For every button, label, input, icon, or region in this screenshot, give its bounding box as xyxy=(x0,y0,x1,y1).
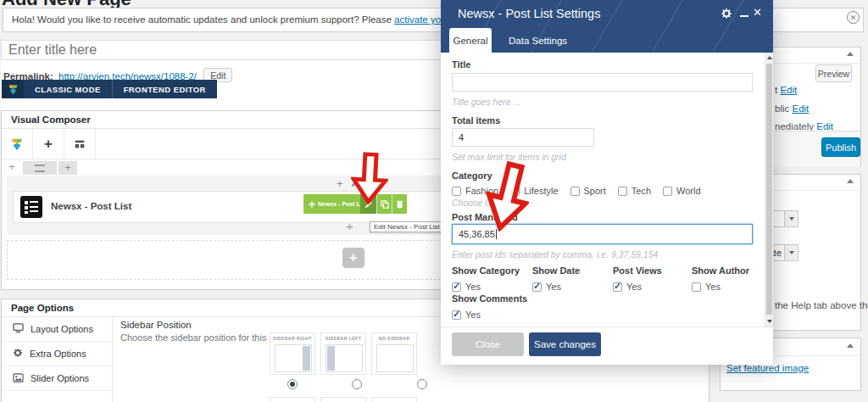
gear-icon[interactable] xyxy=(721,8,732,23)
total-items-input[interactable] xyxy=(452,128,594,147)
thumb-row2-partial xyxy=(371,397,417,402)
vc-mode-bar: CLASSIC MODE FRONTEND EDITOR xyxy=(2,80,217,98)
yes-label: Yes xyxy=(465,282,481,292)
checkbox-label: World xyxy=(676,186,701,196)
tab-label: Slider Options xyxy=(31,373,89,383)
save-changes-button[interactable]: Save changes xyxy=(529,332,601,356)
thumb-row2-partial xyxy=(270,397,315,402)
tab-label: Layout Options xyxy=(31,324,93,334)
image-icon xyxy=(13,371,24,386)
minimize-icon[interactable] xyxy=(740,15,748,17)
checkbox-show-comments[interactable] xyxy=(452,310,461,320)
tab-layout-options[interactable]: Layout Options xyxy=(2,317,112,342)
thumb-preview xyxy=(376,344,414,372)
checkbox-post-views[interactable] xyxy=(613,282,622,292)
thumb-label: SIDEBAR RIGHT xyxy=(270,336,314,341)
tab-general[interactable]: General xyxy=(449,28,492,53)
tab-label: Extra Options xyxy=(30,349,86,359)
sidebar-position-desc: Choose the sidebar position for this pag… xyxy=(120,332,292,343)
edit-element-tooltip: Edit Newsx - Post List xyxy=(370,221,444,232)
scrollbar[interactable] xyxy=(765,53,773,327)
drag-handle-icon xyxy=(35,165,45,172)
scrollbar-thumb[interactable] xyxy=(766,64,772,315)
notice-text: Hola! Would you like to receive automati… xyxy=(12,14,394,25)
post-id-value: 45,36,85 xyxy=(459,229,495,239)
help-text-fragment: the Help tab above the xyxy=(775,300,868,310)
page-options-tabs: Layout Options Extra Options Slider Opti… xyxy=(2,317,113,402)
sidebar-position-title: Sidebar Position xyxy=(120,320,192,330)
add-element-plus-button[interactable]: + xyxy=(342,248,364,268)
checkbox-world[interactable] xyxy=(663,187,672,196)
scroll-down-arrow[interactable] xyxy=(767,320,772,323)
post-manual-id-hint: Enter post ids separated by comma. i.e. … xyxy=(452,249,658,260)
tab-slider-options[interactable]: Slider Options xyxy=(2,366,112,391)
chevron-down-icon xyxy=(784,245,798,260)
show-date-label: Show Date xyxy=(532,265,580,276)
total-items-label: Total items xyxy=(452,115,500,126)
post-views-toggle: Yes xyxy=(613,278,642,293)
thumb-no-sidebar[interactable]: NO-SIDEBAR xyxy=(371,332,417,375)
scroll-up-arrow[interactable] xyxy=(767,56,772,59)
post-list-icon xyxy=(20,196,42,221)
visibility-row: blic Edit xyxy=(775,103,809,114)
sidebar-bar-right xyxy=(303,346,310,371)
category-label: Category xyxy=(452,170,492,181)
show-category-label: Show Category xyxy=(452,265,520,276)
vc-add-element-button[interactable]: + xyxy=(33,129,64,159)
status-row: t Edit xyxy=(775,85,797,95)
close-icon[interactable]: ✕ xyxy=(753,6,762,19)
show-date-toggle: Yes xyxy=(532,278,561,293)
thumb-sidebar-left[interactable]: SIDEBAR LEFT xyxy=(320,332,366,375)
radio-sidebar-right[interactable] xyxy=(287,379,298,389)
edit-status-link[interactable]: Edit xyxy=(780,85,797,95)
yes-label: Yes xyxy=(465,310,481,320)
red-arrow-edit-pencil xyxy=(349,151,389,205)
vc-templates-icon[interactable] xyxy=(64,129,96,159)
publish-button[interactable]: Publish xyxy=(821,137,860,157)
add-tab-plus[interactable]: + xyxy=(58,161,77,175)
thumb-preview xyxy=(275,344,312,372)
show-author-toggle: Yes xyxy=(692,278,721,293)
checkbox-sport[interactable] xyxy=(570,187,580,196)
checkbox-tech[interactable] xyxy=(618,187,627,196)
collapse-arrow-icon[interactable] xyxy=(847,179,854,183)
show-comments-label: Show Comments xyxy=(452,293,527,304)
modal-title: Newsx - Post List Settings xyxy=(458,7,600,20)
checkbox-show-date[interactable] xyxy=(532,282,542,292)
checkbox-show-author[interactable] xyxy=(692,282,701,292)
row-add-icon[interactable]: + xyxy=(337,177,343,190)
row-drag-tab[interactable] xyxy=(23,161,57,175)
post-views-label: Post Views xyxy=(613,265,662,276)
vc-logo-icon xyxy=(2,80,24,98)
checkbox-label: Tech xyxy=(632,186,651,196)
edit-visibility-link[interactable]: Edit xyxy=(792,103,809,114)
show-comments-toggle: Yes xyxy=(452,306,481,321)
collapse-arrow-icon[interactable] xyxy=(847,343,854,348)
title-field-input[interactable] xyxy=(452,73,753,92)
checkbox-label: Sport xyxy=(584,186,606,196)
sidebar-bar-left xyxy=(327,346,335,371)
append-element-plus[interactable]: + xyxy=(346,219,353,233)
classic-mode-button[interactable]: CLASSIC MODE xyxy=(24,80,112,98)
preview-button[interactable]: Preview xyxy=(815,64,852,82)
radio-no-sidebar[interactable] xyxy=(417,379,427,389)
status-fragment: t xyxy=(775,85,777,95)
collapse-arrow-icon[interactable] xyxy=(847,52,854,56)
delete-element-button[interactable] xyxy=(392,194,407,214)
tab-data-settings[interactable]: Data Settings xyxy=(500,28,576,53)
title-field-hint: Title goes here ... xyxy=(452,97,520,107)
gear-icon xyxy=(13,346,23,361)
thumb-row2-partial xyxy=(320,397,366,402)
frontend-editor-button[interactable]: FRONTEND EDITOR xyxy=(113,80,217,98)
yes-label: Yes xyxy=(705,282,721,292)
checkbox-show-category[interactable] xyxy=(452,282,461,292)
thumb-preview xyxy=(326,344,363,372)
tab-extra-options[interactable]: Extra Options xyxy=(2,342,112,366)
checkbox-fashion[interactable] xyxy=(452,187,461,196)
thumb-label: NO-SIDEBAR xyxy=(372,336,416,341)
visibility-fragment: blic xyxy=(775,103,789,114)
thumb-sidebar-right[interactable]: SIDEBAR RIGHT xyxy=(270,332,315,375)
dismiss-notice-icon[interactable]: ✕ xyxy=(847,11,860,24)
close-button[interactable]: Close xyxy=(452,332,524,356)
add-row-plus-icon[interactable]: + xyxy=(8,160,15,173)
